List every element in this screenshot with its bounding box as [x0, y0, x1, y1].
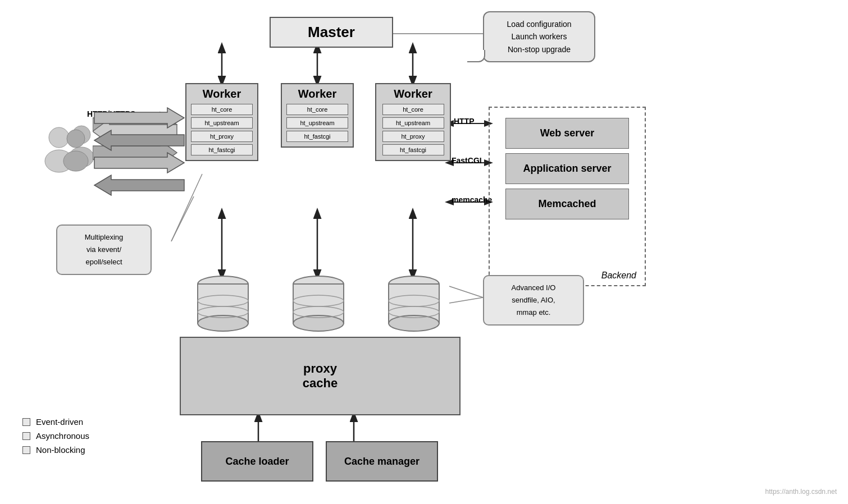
- svg-point-20: [49, 127, 69, 148]
- traffic-arrows-main: [89, 107, 201, 196]
- worker2-ht-upstream: ht_upstream: [286, 117, 348, 129]
- advanced-io-text: Advanced I/Osendfile, AIO,mmap etc.: [512, 283, 556, 317]
- worker3-title: Worker: [394, 88, 432, 100]
- worker3-ht-fastcgi: ht_fastcgi: [382, 144, 444, 155]
- cache-loader-box: Cache loader: [201, 441, 313, 482]
- worker2-ht-fastcgi: ht_fastcgi: [286, 131, 348, 142]
- legend-square-3: [22, 446, 30, 454]
- memcached-box: Memcached: [505, 189, 629, 219]
- speech-line2: Launch workers: [512, 32, 567, 41]
- svg-marker-28: [94, 130, 184, 150]
- svg-point-22: [67, 130, 85, 148]
- web-server-box: Web server: [505, 118, 629, 149]
- legend-label-3: Non-blocking: [36, 445, 85, 455]
- db-1: [191, 274, 256, 338]
- legend-label-2: Asynchronous: [36, 431, 89, 441]
- svg-marker-27: [94, 108, 184, 128]
- svg-marker-30: [94, 175, 184, 195]
- db-3: [382, 274, 446, 338]
- legend-label-1: Event-driven: [36, 417, 83, 427]
- backend-box: Web server Application server Memcached …: [489, 107, 646, 286]
- legend: Event-driven Asynchronous Non-blocking: [22, 417, 89, 459]
- proxy-cache-label2: cache: [303, 376, 338, 391]
- worker3-ht-upstream: ht_upstream: [382, 117, 444, 129]
- master-box: Master: [270, 17, 393, 48]
- fastcgi-proto-label: FastCGI: [452, 156, 482, 165]
- legend-event-driven: Event-driven: [22, 417, 89, 427]
- watermark: https://anth.log.csdn.net: [765, 488, 837, 496]
- worker-1: Worker ht_core ht_upstream ht_proxy ht_f…: [185, 83, 258, 161]
- worker1-ht-core: ht_core: [191, 104, 253, 115]
- multiplexing-text: Multiplexingvia kevent/epoll/select: [85, 233, 124, 266]
- svg-point-23: [63, 151, 88, 171]
- memcache-proto-label: memcache: [452, 195, 492, 204]
- legend-square-1: [22, 418, 30, 426]
- legend-non-blocking: Non-blocking: [22, 445, 89, 455]
- worker1-ht-proxy: ht_proxy: [191, 131, 253, 142]
- db-2: [286, 274, 351, 338]
- legend-asynchronous: Asynchronous: [22, 431, 89, 441]
- legend-square-2: [22, 432, 30, 440]
- diagram-container: HTTP/HTTPS Master Load configuration Lau…: [0, 0, 848, 504]
- speech-line1: Load configuration: [507, 20, 571, 29]
- cache-manager-box: Cache manager: [326, 441, 438, 482]
- proxy-cache-label: proxy: [303, 361, 338, 376]
- worker1-ht-fastcgi: ht_fastcgi: [191, 144, 253, 155]
- svg-line-17: [449, 286, 483, 297]
- http-proto-label: HTTP: [454, 117, 475, 126]
- svg-line-14: [171, 196, 194, 241]
- cache-manager-label: Cache manager: [344, 456, 420, 468]
- worker1-ht-upstream: ht_upstream: [191, 117, 253, 129]
- backend-label: Backend: [601, 271, 636, 281]
- worker3-ht-proxy: ht_proxy: [382, 131, 444, 142]
- proxy-cache-box: proxy cache: [180, 337, 461, 415]
- advanced-io-callout: Advanced I/Osendfile, AIO,mmap etc.: [483, 275, 584, 326]
- worker-3: Worker ht_core ht_upstream ht_proxy ht_f…: [375, 83, 451, 161]
- speech-line3: Non-stop upgrade: [508, 45, 571, 54]
- svg-marker-29: [94, 153, 184, 173]
- worker-2: Worker ht_core ht_upstream ht_fastcgi: [281, 83, 354, 148]
- multiplexing-callout: Multiplexingvia kevent/epoll/select: [56, 224, 152, 275]
- application-server-box: Application server: [505, 153, 629, 184]
- master-label: Master: [308, 24, 355, 41]
- cache-loader-label: Cache loader: [225, 456, 289, 468]
- worker2-ht-core: ht_core: [286, 104, 348, 115]
- worker1-title: Worker: [203, 88, 241, 100]
- worker3-ht-core: ht_core: [382, 104, 444, 115]
- speech-bubble: Load configuration Launch workers Non-st…: [483, 11, 595, 62]
- worker2-title: Worker: [298, 88, 337, 100]
- svg-line-16: [449, 297, 483, 303]
